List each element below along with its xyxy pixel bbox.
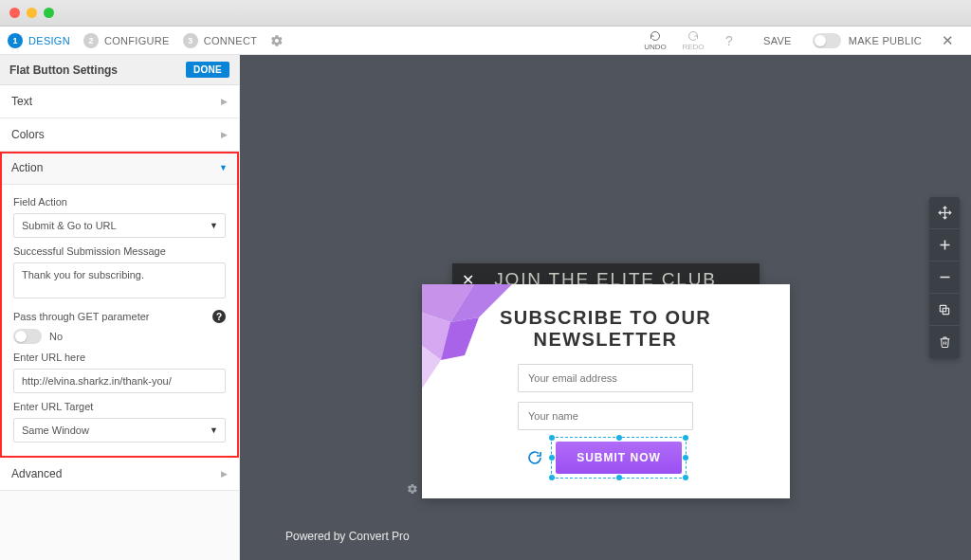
make-public-toggle[interactable] bbox=[813, 33, 841, 48]
window-close-button[interactable] bbox=[9, 8, 20, 18]
selected-element[interactable]: SUBMIT NOW bbox=[554, 440, 684, 476]
close-button[interactable]: ✕ bbox=[931, 32, 963, 49]
help-button[interactable]: ? bbox=[712, 33, 746, 48]
section-colors[interactable]: Colors ▶ bbox=[0, 118, 239, 152]
help-tooltip-icon[interactable]: ? bbox=[212, 310, 226, 323]
name-field[interactable] bbox=[518, 402, 693, 430]
resize-handle[interactable] bbox=[683, 475, 688, 480]
resize-handle[interactable] bbox=[683, 455, 688, 461]
popup-preview: ✕ JOIN THE ELITE CLUB S bbox=[422, 263, 790, 498]
url-label: Enter URL here bbox=[13, 352, 226, 363]
done-button[interactable]: DONE bbox=[186, 62, 229, 78]
top-toolbar: 1 DESIGN 2 CONFIGURE 3 CONNECT UNDO REDO… bbox=[0, 27, 971, 55]
refresh-icon[interactable] bbox=[527, 450, 542, 465]
chevron-right-icon: ▶ bbox=[221, 469, 228, 479]
element-settings-gear-icon[interactable] bbox=[407, 483, 418, 495]
section-action[interactable]: Action ▼ bbox=[0, 152, 239, 185]
redo-icon bbox=[687, 30, 700, 42]
chevron-right-icon: ▶ bbox=[221, 97, 228, 106]
resize-handle[interactable] bbox=[549, 475, 555, 480]
url-target-label: Enter URL Target bbox=[13, 401, 226, 412]
url-target-select[interactable]: Same Window bbox=[13, 418, 226, 443]
field-action-label: Field Action bbox=[13, 196, 226, 208]
canvas-tools bbox=[929, 197, 960, 358]
design-canvas[interactable]: ✕ JOIN THE ELITE CLUB S bbox=[240, 55, 971, 560]
highlighted-region: Field Action Submit & Go to URL ▼ Succes… bbox=[0, 185, 239, 458]
redo-button[interactable]: REDO bbox=[674, 30, 712, 51]
field-action-select[interactable]: Submit & Go to URL bbox=[13, 213, 226, 238]
panel-title: Flat Button Settings bbox=[9, 63, 118, 77]
chevron-down-icon: ▼ bbox=[219, 163, 228, 172]
step-number: 2 bbox=[83, 33, 99, 48]
success-message-textarea[interactable] bbox=[13, 262, 226, 298]
copy-icon bbox=[938, 303, 951, 316]
undo-button[interactable]: UNDO bbox=[636, 30, 674, 51]
move-icon bbox=[938, 206, 952, 220]
section-label: Advanced bbox=[11, 467, 62, 480]
plus-icon bbox=[938, 238, 952, 252]
section-label: Action bbox=[11, 161, 43, 174]
get-param-toggle[interactable] bbox=[13, 329, 42, 344]
add-element-tool[interactable] bbox=[929, 229, 960, 262]
step-design[interactable]: 1 DESIGN bbox=[8, 33, 70, 48]
section-label: Text bbox=[11, 95, 32, 108]
copy-tool[interactable] bbox=[929, 294, 960, 326]
chevron-right-icon: ▶ bbox=[221, 130, 228, 139]
remove-element-tool[interactable] bbox=[929, 262, 960, 294]
url-input[interactable] bbox=[13, 369, 226, 393]
success-message-label: Successful Submission Message bbox=[13, 245, 226, 257]
resize-handle[interactable] bbox=[549, 435, 555, 441]
redo-label: REDO bbox=[682, 43, 704, 51]
step-label: DESIGN bbox=[28, 35, 70, 46]
settings-sidebar: Flat Button Settings DONE Text ▶ Colors … bbox=[0, 55, 240, 560]
undo-label: UNDO bbox=[644, 43, 667, 51]
action-panel: Field Action Submit & Go to URL ▼ Succes… bbox=[2, 185, 237, 456]
get-param-label: Pass through GET parameter bbox=[13, 311, 149, 322]
section-text[interactable]: Text ▶ bbox=[0, 85, 239, 118]
step-label: CONFIGURE bbox=[104, 35, 170, 46]
delete-tool[interactable] bbox=[929, 326, 960, 358]
window-zoom-button[interactable] bbox=[44, 8, 54, 18]
get-param-state: No bbox=[49, 331, 63, 342]
trash-icon bbox=[939, 335, 951, 349]
resize-handle[interactable] bbox=[616, 435, 622, 441]
section-label: Colors bbox=[11, 128, 45, 141]
step-connect[interactable]: 3 CONNECT bbox=[183, 33, 258, 48]
resize-handle[interactable] bbox=[549, 455, 555, 461]
panel-header: Flat Button Settings DONE bbox=[0, 55, 239, 85]
section-advanced[interactable]: Advanced ▶ bbox=[0, 458, 239, 491]
window-minimize-button[interactable] bbox=[27, 8, 37, 18]
make-public-toggle-group: MAKE PUBLIC bbox=[809, 33, 931, 48]
canvas-footer-credit: Powered by Convert Pro bbox=[285, 530, 410, 543]
settings-gear-icon[interactable] bbox=[270, 34, 284, 47]
save-button[interactable]: SAVE bbox=[746, 35, 809, 46]
move-tool[interactable] bbox=[929, 197, 960, 229]
email-field[interactable] bbox=[518, 364, 693, 392]
popup-card: SUBSCRIBE TO OUR NEWSLETTER bbox=[422, 284, 790, 498]
wizard-steps: 1 DESIGN 2 CONFIGURE 3 CONNECT bbox=[8, 33, 257, 48]
undo-icon bbox=[649, 30, 662, 42]
make-public-label: MAKE PUBLIC bbox=[849, 35, 922, 46]
minus-icon bbox=[938, 270, 952, 284]
resize-handle[interactable] bbox=[616, 475, 622, 480]
decorative-polygon-icon bbox=[422, 284, 526, 388]
step-configure[interactable]: 2 CONFIGURE bbox=[83, 33, 170, 48]
submit-button[interactable]: SUBMIT NOW bbox=[556, 442, 682, 474]
step-number: 1 bbox=[8, 33, 23, 48]
step-number: 3 bbox=[183, 33, 198, 48]
resize-handle[interactable] bbox=[683, 435, 688, 441]
window-titlebar bbox=[0, 0, 971, 27]
step-label: CONNECT bbox=[204, 35, 258, 46]
